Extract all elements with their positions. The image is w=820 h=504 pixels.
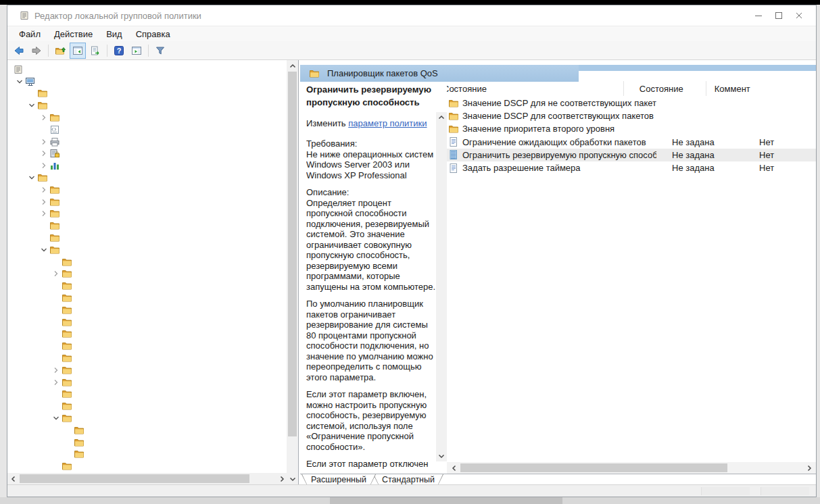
tab-inactive[interactable]: Стандартный <box>373 474 443 484</box>
tree-vertical-scrollbar[interactable] <box>287 60 298 484</box>
list-horizontal-scrollbar[interactable] <box>447 462 816 474</box>
show-action-pane-button[interactable] <box>128 43 145 59</box>
scroll-up-button[interactable] <box>436 112 447 123</box>
settings-row[interactable]: Значение приоритета второго уровня <box>447 122 816 135</box>
column-header-setting[interactable]: Состояние <box>447 81 624 96</box>
folder-icon <box>62 293 72 303</box>
scrollbar-thumb[interactable] <box>460 463 727 472</box>
column-header-comment[interactable]: Коммент <box>706 81 816 96</box>
tree-item[interactable] <box>7 99 287 111</box>
tree-item[interactable] <box>7 388 287 401</box>
chevron-right-icon[interactable] <box>39 197 49 207</box>
tree-item[interactable] <box>7 196 287 208</box>
tab-active[interactable]: Расширенный <box>302 474 376 484</box>
tree-item[interactable] <box>7 280 287 292</box>
help-button[interactable]: ? <box>111 43 127 59</box>
chevron-down-icon[interactable] <box>26 172 37 183</box>
status-notch <box>761 487 809 495</box>
chevron-down-icon[interactable] <box>26 100 37 111</box>
chevron-right-icon[interactable] <box>39 148 49 159</box>
back-button[interactable] <box>11 43 27 59</box>
tree-item[interactable] <box>7 340 287 352</box>
settings-row[interactable]: Значение DSCP для соответствующих пакето… <box>447 109 816 122</box>
tree-item[interactable] <box>7 316 287 328</box>
settings-row[interactable]: Задать разрешение таймераНе заданаНет <box>447 161 816 174</box>
settings-row[interactable]: Ограничение ожидающих обработки пакетовН… <box>447 136 816 149</box>
tree-item[interactable] <box>7 304 287 316</box>
edit-policy-link[interactable]: параметр политики <box>348 118 427 128</box>
chevron-down-icon[interactable] <box>14 76 25 87</box>
chevron-down-icon[interactable] <box>39 245 49 255</box>
folder-icon <box>74 449 85 459</box>
scroll-down-button[interactable] <box>287 473 298 484</box>
expander-spacer <box>51 257 62 268</box>
scroll-right-button[interactable] <box>803 462 815 474</box>
menu-item[interactable]: Справка <box>129 28 177 41</box>
scroll-left-button[interactable] <box>448 462 460 474</box>
tree-item[interactable] <box>7 208 287 220</box>
chevron-right-icon[interactable] <box>39 184 49 195</box>
tree-item[interactable] <box>7 400 287 412</box>
tree-item[interactable] <box>7 352 287 364</box>
tree-item[interactable] <box>7 292 287 304</box>
tree-item[interactable] <box>7 328 287 341</box>
tree-item[interactable] <box>7 111 287 124</box>
tree-item[interactable] <box>7 184 287 196</box>
forward-button[interactable] <box>28 43 45 59</box>
filter-button[interactable] <box>152 43 168 59</box>
chevron-right-icon[interactable] <box>39 112 49 123</box>
menu-item[interactable]: Действие <box>47 28 99 41</box>
tree-item[interactable] <box>7 436 287 449</box>
chevron-right-icon[interactable] <box>39 208 49 219</box>
tree-item[interactable] <box>7 424 287 436</box>
chevron-right-icon[interactable] <box>39 136 49 147</box>
minimize-button[interactable] <box>748 9 769 22</box>
up-one-level-button[interactable] <box>52 43 68 59</box>
scroll-up-button[interactable] <box>287 60 298 72</box>
tree-item[interactable] <box>7 88 287 100</box>
show-console-tree-button[interactable] <box>70 43 86 59</box>
setting-name: Ограничить резервируемую пропускную спос… <box>462 150 656 160</box>
app-icon <box>19 10 30 21</box>
maximize-button[interactable] <box>769 9 789 22</box>
chevron-right-icon[interactable] <box>51 365 62 376</box>
tree-item[interactable] <box>7 364 287 376</box>
settings-row[interactable]: Значение DSCP для не соответствующих пак… <box>447 97 816 109</box>
tree-item[interactable] <box>7 232 287 244</box>
console-tree-panel <box>7 60 299 484</box>
tree-item[interactable] <box>7 124 287 136</box>
menu-item[interactable]: Файл <box>12 28 47 41</box>
policy-text-section: Если этот параметр включен, можно настро… <box>306 389 436 452</box>
scrollbar-thumb[interactable] <box>20 474 249 483</box>
menu-item[interactable]: Вид <box>99 28 129 41</box>
tree-item[interactable] <box>7 376 287 388</box>
description-scrollbar[interactable] <box>436 112 447 461</box>
tree-item[interactable] <box>7 172 287 184</box>
tree-item[interactable] <box>7 159 287 172</box>
tree-item[interactable] <box>7 256 287 268</box>
tree-item[interactable] <box>7 220 287 232</box>
tree-item[interactable] <box>7 244 287 256</box>
scroll-right-button[interactable] <box>276 473 287 484</box>
export-list-button[interactable] <box>87 43 103 59</box>
tree-item[interactable] <box>7 76 287 88</box>
tree-horizontal-scrollbar[interactable] <box>7 473 287 484</box>
tree-item[interactable] <box>7 136 287 148</box>
chevron-right-icon[interactable] <box>51 268 62 279</box>
tree-item[interactable] <box>7 412 287 424</box>
scroll-left-button[interactable] <box>7 473 19 484</box>
chevron-down-icon[interactable] <box>51 413 62 424</box>
tree-item[interactable] <box>7 148 287 160</box>
tree-item[interactable] <box>7 449 287 461</box>
column-header-state[interactable]: Состояние <box>624 81 706 96</box>
chevron-right-icon[interactable] <box>39 160 49 171</box>
tree-item[interactable] <box>7 460 287 472</box>
scrollbar-thumb[interactable] <box>288 72 297 436</box>
settings-row[interactable]: Ограничить резервируемую пропускную спос… <box>447 149 816 161</box>
chevron-right-icon[interactable] <box>51 377 62 388</box>
tree-item[interactable] <box>7 64 287 76</box>
close-button[interactable] <box>789 9 809 22</box>
expander-spacer <box>51 341 62 351</box>
scroll-down-button[interactable] <box>436 451 447 461</box>
tree-item[interactable] <box>7 268 287 280</box>
